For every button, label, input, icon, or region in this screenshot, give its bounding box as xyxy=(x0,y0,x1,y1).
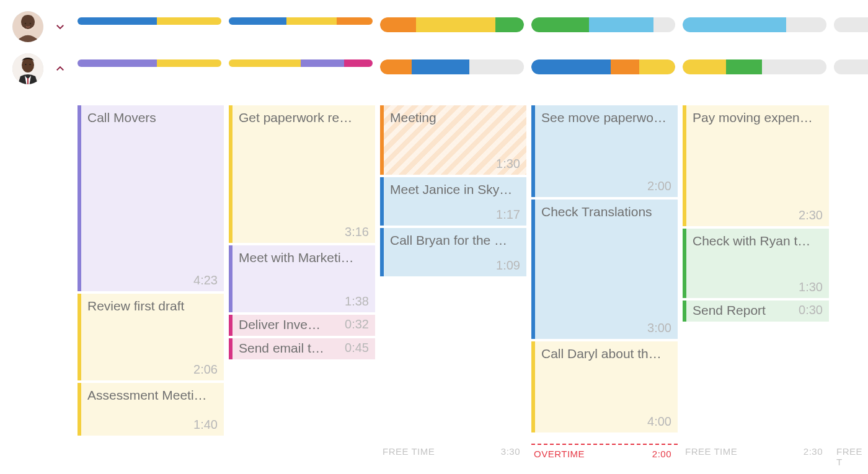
task-card[interactable]: Meet Janice in Sky…1:17 xyxy=(380,177,526,226)
bar-segment xyxy=(380,59,412,74)
task-card[interactable]: Call Bryan for the …1:09 xyxy=(380,228,526,276)
footer-value: 2:30 xyxy=(804,446,823,457)
person-row-1 xyxy=(0,48,868,84)
footer-label: FREE TIME xyxy=(685,446,737,457)
bar-segment xyxy=(286,17,337,25)
task-title: Send email to… xyxy=(239,341,326,356)
task-card[interactable]: Deliver Invent…0:32 xyxy=(229,315,375,336)
capacity-bar[interactable] xyxy=(78,17,221,25)
task-duration: 1:30 xyxy=(799,280,823,294)
task-duration: 2:30 xyxy=(799,208,823,222)
task-card[interactable]: Pay moving expen…2:30 xyxy=(683,105,829,226)
task-title: Deliver Invent… xyxy=(239,317,326,332)
task-duration: 0:30 xyxy=(799,303,823,317)
row-header xyxy=(12,53,78,84)
bar-segment xyxy=(639,59,675,74)
avatar[interactable] xyxy=(12,53,43,84)
bar-segment xyxy=(589,17,653,32)
task-duration: 1:09 xyxy=(496,258,520,273)
capacity-bar[interactable] xyxy=(380,17,524,32)
task-duration: 0:45 xyxy=(345,341,369,355)
person-row-0 xyxy=(0,6,868,42)
bar-segment xyxy=(495,17,524,32)
capacity-bar[interactable] xyxy=(683,59,826,74)
day-column: Call Movers4:23Review first draft2:06Ass… xyxy=(78,105,224,467)
capacity-bar[interactable] xyxy=(683,17,826,32)
svg-point-7 xyxy=(25,64,27,65)
capacity-bar[interactable] xyxy=(229,17,373,25)
task-title: Meet Janice in Sky… xyxy=(390,182,520,197)
task-duration: 3:00 xyxy=(647,321,671,335)
task-duration: 4:00 xyxy=(647,415,671,429)
task-title: See move paperwo… xyxy=(541,110,671,125)
capacity-bar[interactable] xyxy=(380,59,524,74)
bar-segment xyxy=(337,17,373,25)
task-duration: 1:40 xyxy=(193,418,218,432)
bar-segment xyxy=(78,59,157,67)
task-duration: 4:23 xyxy=(193,273,218,287)
task-grid: Call Movers4:23Review first draft2:06Ass… xyxy=(0,105,868,467)
task-card[interactable]: Meet with Marketi…1:38 xyxy=(229,245,375,312)
footer-label: FREE T xyxy=(836,446,865,467)
task-title: Meeting xyxy=(390,110,520,125)
capacity-bar[interactable] xyxy=(78,59,221,67)
task-duration: 3:16 xyxy=(345,225,369,239)
footer-value: 2:00 xyxy=(652,449,671,459)
capacity-bar[interactable] xyxy=(834,59,868,74)
task-card[interactable]: Get paperwork re…3:16 xyxy=(229,105,375,243)
task-duration: 2:06 xyxy=(193,362,218,377)
bar-segment xyxy=(229,59,301,67)
svg-rect-6 xyxy=(27,78,29,84)
svg-point-5 xyxy=(22,58,34,72)
capacity-bar[interactable] xyxy=(531,17,675,32)
chevron-down-icon[interactable] xyxy=(53,20,67,33)
bar-segment xyxy=(611,59,639,74)
day-column: Get paperwork re…3:16Meet with Marketi…1… xyxy=(229,105,375,467)
bar-segment xyxy=(726,59,762,74)
bar-segment xyxy=(531,17,589,32)
task-card[interactable]: Check Translations3:00 xyxy=(531,200,678,339)
svg-point-2 xyxy=(25,23,27,25)
task-title: Send Report xyxy=(693,303,766,318)
day-column: Pay moving expen…2:30Check with Ryan t…1… xyxy=(683,105,829,467)
task-title: Check with Ryan t… xyxy=(693,234,823,248)
day-column: FREE T xyxy=(834,105,868,467)
task-title: Check Translations xyxy=(541,204,671,219)
free-time-footer: FREE TIME2:30 xyxy=(683,442,829,457)
task-card[interactable]: Call Daryl about th…4:00 xyxy=(531,341,678,432)
bar-segment xyxy=(229,17,286,25)
task-card[interactable]: See move paperwo…2:00 xyxy=(531,105,678,197)
task-card[interactable]: Send email to…0:45 xyxy=(229,338,375,359)
bar-segment xyxy=(469,59,524,74)
bar-segment xyxy=(157,59,221,67)
capacity-bar[interactable] xyxy=(834,17,868,32)
bar-segment xyxy=(78,17,157,25)
footer-label: FREE TIME xyxy=(383,446,435,457)
task-title: Meet with Marketi… xyxy=(239,250,369,265)
task-card[interactable]: Check with Ryan t…1:30 xyxy=(683,229,829,298)
task-title: Assessment Meeti… xyxy=(87,388,218,403)
bar-segment xyxy=(762,59,826,74)
task-duration: 0:32 xyxy=(345,317,369,331)
task-card[interactable]: Assessment Meeti…1:40 xyxy=(78,383,224,436)
capacity-bar[interactable] xyxy=(229,59,373,67)
task-title: Get paperwork re… xyxy=(239,110,369,125)
chevron-up-icon[interactable] xyxy=(53,62,67,76)
svg-point-3 xyxy=(30,23,32,25)
footer-label: OVERTIME xyxy=(534,449,585,459)
task-card[interactable]: Send Report0:30 xyxy=(683,301,829,322)
bar-segment xyxy=(683,17,786,32)
day-column: See move paperwo…2:00Check Translations3… xyxy=(531,105,678,467)
bar-segment xyxy=(531,59,611,74)
task-card[interactable]: Call Movers4:23 xyxy=(78,105,224,291)
task-card[interactable]: Review first draft2:06 xyxy=(78,294,224,380)
bar-segment xyxy=(157,17,221,25)
bar-segment xyxy=(683,59,726,74)
capacity-bar[interactable] xyxy=(531,59,675,74)
free-time-footer: FREE TIME3:30 xyxy=(380,442,526,457)
task-card[interactable]: Meeting1:30 xyxy=(380,105,526,175)
bar-segment xyxy=(344,59,373,67)
task-duration: 2:00 xyxy=(647,179,671,193)
task-duration: 1:30 xyxy=(496,157,520,171)
avatar[interactable] xyxy=(12,11,43,42)
